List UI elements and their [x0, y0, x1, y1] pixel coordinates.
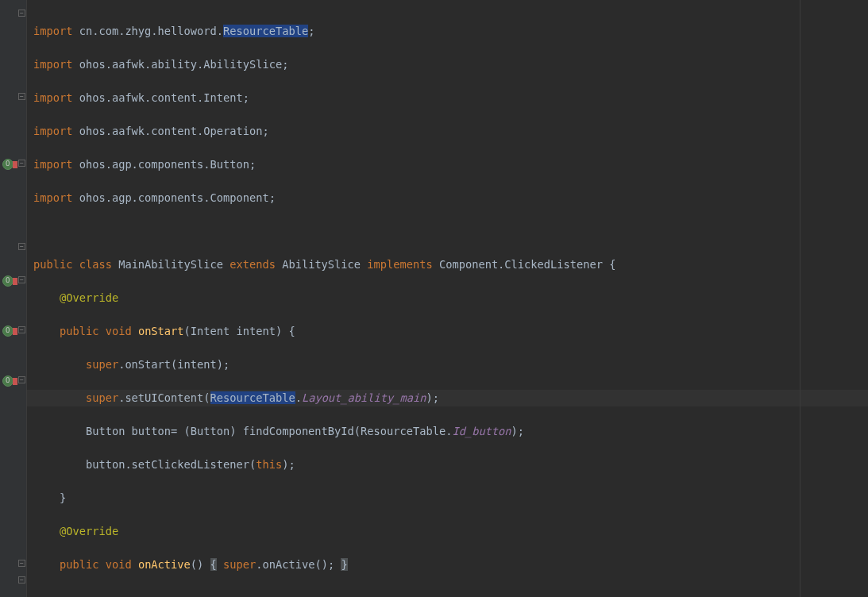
override-icon[interactable] — [2, 376, 14, 387]
fold-toggle-icon[interactable]: − — [18, 160, 25, 167]
fold-toggle-icon[interactable]: − — [18, 560, 25, 567]
fold-toggle-icon[interactable]: − — [18, 276, 25, 283]
code-line[interactable]: Button button= (Button) findComponentByI… — [33, 423, 868, 440]
code-line-current[interactable]: super.setUIContent(ResourceTable.Layout_… — [27, 390, 868, 406]
code-line[interactable]: @Override — [33, 523, 868, 540]
code-line[interactable]: button.setClickedListener(this); — [33, 456, 868, 473]
code-line[interactable] — [33, 223, 868, 240]
code-line[interactable]: import cn.com.zhyg.helloword.ResourceTab… — [33, 23, 868, 40]
code-line[interactable] — [33, 590, 868, 597]
gutter-icons — [0, 0, 17, 597]
fold-toggle-icon[interactable]: − — [18, 93, 25, 100]
right-margin-line — [800, 0, 800, 597]
code-line[interactable]: public class MainAbilitySlice extends Ab… — [33, 256, 868, 273]
code-line[interactable]: public void onStart(Intent intent) { — [33, 323, 868, 340]
code-editor[interactable]: − − − − − − − − − import cn.com.zhyg.hel… — [0, 0, 868, 597]
code-line[interactable]: import ohos.aafwk.ability.AbilitySlice; — [33, 56, 868, 73]
fold-toggle-icon[interactable]: − — [18, 376, 25, 383]
override-icon[interactable] — [2, 325, 14, 337]
code-line[interactable]: import ohos.agp.components.Button; — [33, 156, 868, 173]
selected-text: ResourceTable — [210, 391, 295, 404]
code-line[interactable]: import ohos.aafwk.content.Intent; — [33, 90, 868, 106]
fold-toggle-icon[interactable]: − — [18, 576, 25, 584]
fold-toggle-icon[interactable]: − — [18, 10, 25, 17]
fold-toggle-icon[interactable]: − — [18, 326, 25, 333]
code-line[interactable]: public void onActive() { super.onActive(… — [33, 557, 868, 573]
gutter-fold: − − − − − − − − − — [17, 0, 27, 597]
code-line[interactable]: @Override — [33, 290, 868, 306]
code-line[interactable]: } — [33, 490, 868, 506]
code-line[interactable]: super.onStart(intent); — [33, 356, 868, 373]
code-line[interactable]: import ohos.agp.components.Component; — [33, 190, 868, 206]
fold-toggle-icon[interactable]: − — [18, 243, 25, 250]
code-line[interactable]: import ohos.aafwk.content.Operation; — [33, 123, 868, 140]
selected-text: ResourceTable — [223, 25, 308, 37]
override-icon[interactable] — [2, 159, 14, 170]
override-icon[interactable] — [2, 275, 14, 287]
code-content[interactable]: import cn.com.zhyg.helloword.ResourceTab… — [27, 0, 868, 597]
